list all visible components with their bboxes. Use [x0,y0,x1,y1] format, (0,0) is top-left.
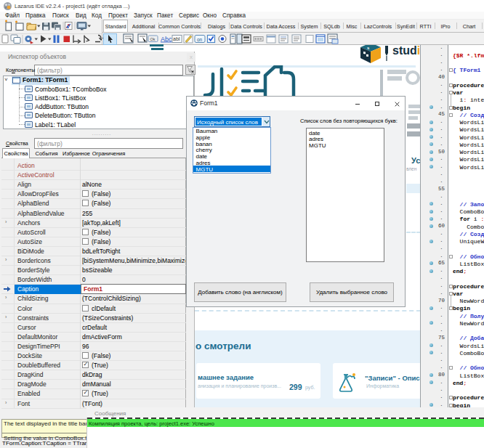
svg-text:Abc: Abc [161,36,172,43]
svg-text:abI: abI [173,36,180,41]
svg-text:on: on [197,37,203,42]
svg-text:Ok: Ok [150,37,156,41]
